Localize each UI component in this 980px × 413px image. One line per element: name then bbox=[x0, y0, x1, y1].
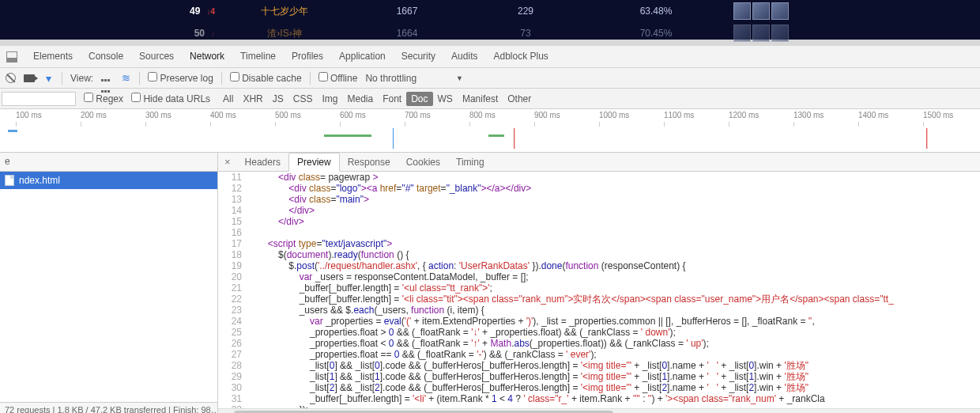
filter-type-media[interactable]: Media bbox=[343, 92, 379, 106]
player-name: 十七岁少年 bbox=[221, 0, 348, 22]
filter-type-xhr[interactable]: XHR bbox=[238, 92, 267, 106]
filter-type-all[interactable]: All bbox=[218, 92, 238, 106]
timeline-tick: 1000 ms bbox=[599, 111, 629, 119]
network-overview-timeline[interactable]: 100 ms200 ms300 ms400 ms500 ms600 ms700 … bbox=[0, 109, 980, 153]
details-tabs: × HeadersPreviewResponseCookiesTiming bbox=[218, 153, 980, 172]
filter-icon[interactable]: ▾ bbox=[43, 73, 54, 84]
timeline-tick: 100 ms bbox=[16, 111, 42, 119]
detail-tab-preview[interactable]: Preview bbox=[288, 153, 340, 172]
filter-type-css[interactable]: CSS bbox=[288, 92, 318, 106]
dropdown-caret-icon[interactable]: ▼ bbox=[456, 74, 463, 82]
timeline-tick: 800 ms bbox=[469, 111, 496, 119]
horizontal-scrollbar[interactable] bbox=[218, 408, 980, 413]
hide-data-urls-checkbox[interactable]: Hide data URLs bbox=[131, 93, 210, 104]
timeline-tick: 300 ms bbox=[145, 111, 172, 119]
leaderboard-row: 50↓渣›IS›神16647370.45% bbox=[0, 22, 980, 44]
disable-cache-checkbox[interactable]: Disable cache bbox=[230, 72, 302, 84]
waterfall-icon[interactable]: ≋ bbox=[120, 73, 131, 84]
timeline-tick: 1300 ms bbox=[793, 111, 824, 119]
panel-tab-adblock-plus[interactable]: Adblock Plus bbox=[485, 51, 556, 62]
filter-type-doc[interactable]: Doc bbox=[406, 92, 432, 106]
filter-type-manifest[interactable]: Manifest bbox=[458, 92, 503, 106]
devtools-panel-tabs: ElementsConsoleSourcesNetworkTimelinePro… bbox=[0, 46, 980, 68]
detail-tab-headers[interactable]: Headers bbox=[237, 153, 288, 171]
view-label: View: bbox=[70, 73, 93, 84]
webpage-leaderboard: 49↓4十七岁少年166722963.48%50↓渣›IS›神16647370.… bbox=[0, 0, 980, 40]
panel-tab-sources[interactable]: Sources bbox=[131, 51, 182, 62]
timeline-tick: 900 ms bbox=[534, 111, 560, 119]
offline-checkbox[interactable]: Offline bbox=[318, 72, 358, 84]
panel-tab-application[interactable]: Application bbox=[331, 51, 394, 62]
filter-type-other[interactable]: Other bbox=[503, 92, 536, 106]
stat-2: 229 bbox=[466, 0, 585, 22]
panel-tab-profiles[interactable]: Profiles bbox=[284, 51, 331, 62]
leaderboard-row: 49↓4十七岁少年166722963.48% bbox=[0, 0, 980, 22]
timeline-tick: 600 ms bbox=[340, 111, 366, 119]
win-pct: 63.48% bbox=[585, 0, 727, 22]
record-filmstrip-icon[interactable] bbox=[24, 73, 35, 84]
filter-type-js[interactable]: JS bbox=[268, 92, 288, 106]
requests-list: e ndex.html 72 requests | 1.8 KB / 47.2 … bbox=[0, 153, 218, 413]
dock-side-icon[interactable] bbox=[6, 51, 17, 63]
network-toolbar: ▾ View: ≋ Preserve log Disable cache Off… bbox=[0, 68, 980, 89]
throttling-select[interactable]: No throttling bbox=[365, 73, 416, 84]
timeline-tick: 1500 ms bbox=[923, 111, 953, 119]
panel-tab-network[interactable]: Network bbox=[182, 51, 232, 62]
timeline-tick: 1100 ms bbox=[664, 111, 694, 119]
rank-change: ↓ bbox=[205, 29, 215, 38]
toolbar-divider bbox=[139, 72, 140, 85]
filter-type-img[interactable]: Img bbox=[317, 92, 342, 106]
panel-tab-timeline[interactable]: Timeline bbox=[232, 51, 284, 62]
win-pct: 70.45% bbox=[585, 22, 727, 44]
timeline-tick: 1200 ms bbox=[729, 111, 759, 119]
document-icon bbox=[5, 175, 14, 186]
clear-icon[interactable] bbox=[5, 73, 16, 84]
toolbar-divider bbox=[221, 72, 222, 85]
panel-tab-security[interactable]: Security bbox=[394, 51, 443, 62]
timeline-tick: 1400 ms bbox=[858, 111, 888, 119]
toolbar-divider bbox=[310, 72, 311, 85]
network-filter-bar: Regex Hide data URLs AllXHRJSCSSImgMedia… bbox=[0, 89, 980, 109]
preview-code[interactable]: 1112131415161718192021222324252627282930… bbox=[218, 172, 980, 408]
panel-tab-elements[interactable]: Elements bbox=[25, 51, 81, 62]
stat-2: 73 bbox=[466, 22, 585, 44]
player-name: 渣›IS›神 bbox=[221, 22, 348, 44]
hero-icons bbox=[727, 22, 980, 44]
stat-1: 1664 bbox=[348, 22, 466, 44]
detail-tab-cookies[interactable]: Cookies bbox=[398, 153, 448, 171]
timeline-tick: 700 ms bbox=[405, 111, 431, 119]
request-row-selected[interactable]: ndex.html bbox=[0, 172, 217, 189]
stat-1: 1667 bbox=[348, 0, 466, 22]
hero-icons bbox=[727, 0, 980, 22]
filter-type-font[interactable]: Font bbox=[378, 92, 406, 106]
preserve-log-checkbox[interactable]: Preserve log bbox=[148, 72, 213, 84]
timeline-tick: 200 ms bbox=[81, 111, 107, 119]
panel-tab-console[interactable]: Console bbox=[81, 51, 131, 62]
rank: 50 bbox=[194, 28, 205, 39]
panel-tab-audits[interactable]: Audits bbox=[443, 51, 485, 62]
close-details-icon[interactable]: × bbox=[218, 156, 237, 168]
filter-input[interactable] bbox=[2, 92, 76, 106]
large-rows-icon[interactable] bbox=[101, 73, 112, 84]
detail-tab-timing[interactable]: Timing bbox=[448, 153, 492, 171]
filter-type-ws[interactable]: WS bbox=[433, 92, 458, 106]
requests-list-header[interactable]: e bbox=[0, 153, 217, 172]
regex-checkbox[interactable]: Regex bbox=[84, 93, 123, 104]
timeline-tick: 500 ms bbox=[275, 111, 301, 119]
toolbar-divider bbox=[62, 72, 62, 85]
network-status-bar: 72 requests | 1.8 KB / 47.2 KB transferr… bbox=[0, 402, 217, 413]
timeline-tick: 400 ms bbox=[210, 111, 236, 119]
rank: 49 bbox=[190, 6, 200, 17]
request-name: ndex.html bbox=[19, 175, 60, 186]
rank-change: ↓4 bbox=[200, 7, 215, 16]
detail-tab-response[interactable]: Response bbox=[340, 153, 398, 171]
request-details-pane: × HeadersPreviewResponseCookiesTiming 11… bbox=[218, 153, 980, 413]
